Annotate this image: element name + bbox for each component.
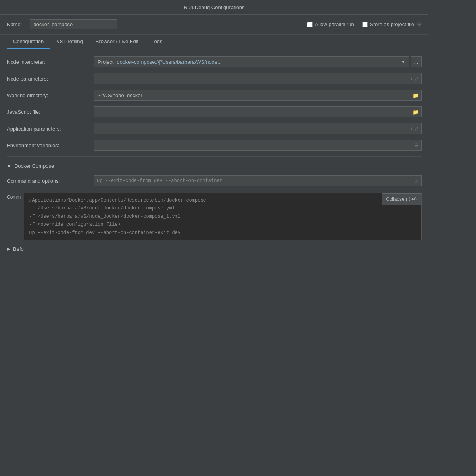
plus-icon[interactable]: + bbox=[410, 76, 413, 82]
expanded-line2: -f /Users/barbara/WS/node_docker/docker-… bbox=[29, 204, 416, 212]
tab-browser-live-edit[interactable]: Browser / Live Edit bbox=[89, 35, 145, 49]
collapse-tooltip: Collapse (⇧↵) bbox=[382, 193, 421, 205]
interpreter-type: Project bbox=[98, 59, 113, 65]
node-params-input-wrapper: + ⤢ bbox=[94, 73, 422, 84]
allow-parallel-checkbox[interactable] bbox=[307, 22, 313, 27]
env-vars-field: ☰ bbox=[94, 140, 422, 151]
js-file-input[interactable] bbox=[97, 107, 413, 117]
interpreter-path: docker-compose://[/Users/barbara/WS/node… bbox=[117, 59, 398, 65]
before-section: ▶ Befo bbox=[7, 244, 422, 253]
working-dir-actions: 📁 bbox=[413, 92, 419, 98]
app-params-actions: + ⤢ bbox=[410, 126, 419, 132]
section-divider bbox=[7, 156, 422, 157]
interpreter-dropdown-arrow[interactable]: ▼ bbox=[401, 60, 405, 64]
working-dir-row: Working directory: ~/WS/node_docker 📁 bbox=[7, 89, 422, 102]
node-interpreter-label: Node interpreter: bbox=[7, 59, 94, 65]
js-folder-icon[interactable]: 📁 bbox=[413, 109, 419, 115]
gear-icon[interactable]: ⚙ bbox=[416, 21, 422, 28]
ellipsis-icon: ... bbox=[414, 59, 418, 65]
node-interpreter-field: Project docker-compose://[/Users/barbara… bbox=[94, 56, 422, 67]
node-params-actions: + ⤢ bbox=[410, 76, 419, 82]
app-params-row: Application parameters: + ⤢ bbox=[7, 122, 422, 135]
working-dir-input-wrapper: ~/WS/node_docker 📁 bbox=[94, 90, 422, 101]
store-project-checkbox[interactable] bbox=[362, 22, 368, 27]
expanded-line3: -f /Users/barbara/WS/node_docker/docker-… bbox=[29, 213, 416, 221]
content-area: Node interpreter: Project docker-compose… bbox=[0, 49, 428, 260]
app-params-label: Application parameters: bbox=[7, 126, 94, 132]
docker-compose-arrow[interactable]: ▼ bbox=[7, 164, 11, 169]
store-project-group: Store as project file ⚙ bbox=[362, 21, 422, 28]
command-options-input-wrapper: up --exit-code-from dev --abort-on-conta… bbox=[94, 175, 422, 186]
app-plus-icon[interactable]: + bbox=[410, 126, 413, 132]
env-list-icon[interactable]: ☰ bbox=[414, 142, 419, 148]
command-options-row: Command and options: up --exit-code-from… bbox=[7, 175, 422, 187]
working-dir-value: ~/WS/node_docker bbox=[97, 92, 413, 98]
node-params-input[interactable] bbox=[97, 73, 410, 84]
js-file-label: JavaScript file: bbox=[7, 109, 94, 115]
allow-parallel-group: Allow parallel run bbox=[307, 21, 354, 27]
expand-icon[interactable]: ⤢ bbox=[415, 76, 419, 82]
name-label: Name: bbox=[7, 21, 22, 27]
app-params-field: + ⤢ bbox=[94, 123, 422, 134]
command-options-field: up --exit-code-from dev --abort-on-conta… bbox=[94, 175, 422, 186]
title-bar: Run/Debug Configurations bbox=[0, 0, 428, 15]
allow-parallel-label: Allow parallel run bbox=[315, 21, 354, 27]
folder-icon[interactable]: 📁 bbox=[413, 92, 419, 98]
dialog-title: Run/Debug Configurations bbox=[184, 4, 244, 10]
docker-compose-title: Docker Compose bbox=[14, 163, 54, 169]
docker-compose-section-header: ▼ Docker Compose bbox=[7, 161, 422, 171]
expanded-line5: up --exit-code-from dev --abort-on-conta… bbox=[29, 229, 416, 237]
js-file-field: 📁 bbox=[94, 106, 422, 117]
before-arrow[interactable]: ▶ bbox=[7, 246, 10, 251]
command-options-label: Command and options: bbox=[7, 178, 94, 184]
working-dir-label: Working directory: bbox=[7, 92, 94, 98]
env-vars-row: Environment variables: ☰ bbox=[7, 139, 422, 152]
node-params-field: + ⤢ bbox=[94, 73, 422, 84]
collapse-label: Collapse (⇧↵) bbox=[386, 196, 417, 202]
env-vars-actions: ☰ bbox=[414, 142, 419, 148]
env-vars-input[interactable] bbox=[97, 140, 414, 150]
interpreter-select[interactable]: Project docker-compose://[/Users/barbara… bbox=[94, 56, 409, 67]
command-expand-icon[interactable]: ⤢ bbox=[415, 178, 419, 184]
expanded-command-panel: /Applications/Docker.app/Contents/Resour… bbox=[24, 193, 422, 240]
app-params-input[interactable] bbox=[97, 123, 410, 134]
js-file-actions: 📁 bbox=[413, 109, 419, 115]
node-interpreter-row: Node interpreter: Project docker-compose… bbox=[7, 56, 422, 68]
tabs-bar: Configuration V8 Profiling Browser / Liv… bbox=[0, 35, 428, 49]
toolbar-right: Allow parallel run Store as project file… bbox=[307, 21, 422, 28]
interpreter-browse-button[interactable]: ... bbox=[411, 56, 422, 67]
expanded-line1: /Applications/Docker.app/Contents/Resour… bbox=[29, 196, 416, 204]
section-line bbox=[57, 166, 422, 166]
app-expand-icon[interactable]: ⤢ bbox=[415, 126, 419, 132]
before-label: Befo bbox=[13, 246, 24, 252]
env-vars-input-wrapper: ☰ bbox=[94, 140, 422, 151]
run-debug-dialog: Run/Debug Configurations Name: Allow par… bbox=[0, 0, 428, 260]
node-params-row: Node parameters: + ⤢ bbox=[7, 72, 422, 85]
store-project-label: Store as project file bbox=[370, 21, 414, 27]
env-vars-label: Environment variables: bbox=[7, 142, 94, 148]
expanded-line4: -f <override configuration file> bbox=[29, 221, 416, 228]
js-file-row: JavaScript file: 📁 bbox=[7, 106, 422, 118]
expanded-command-area: Comm /Applications/Docker.app/Contents/R… bbox=[7, 191, 422, 240]
app-params-input-wrapper: + ⤢ bbox=[94, 123, 422, 134]
expanded-panel-wrapper: /Applications/Docker.app/Contents/Resour… bbox=[24, 191, 422, 240]
name-input[interactable] bbox=[30, 19, 117, 29]
commd-label: Comm bbox=[7, 191, 21, 200]
js-file-input-wrapper: 📁 bbox=[94, 106, 422, 117]
tab-logs[interactable]: Logs bbox=[145, 35, 169, 49]
working-dir-field: ~/WS/node_docker 📁 bbox=[94, 90, 422, 101]
tab-configuration[interactable]: Configuration bbox=[7, 35, 50, 49]
command-options-value: up --exit-code-from dev --abort-on-conta… bbox=[97, 178, 415, 184]
tab-v8profiling[interactable]: V8 Profiling bbox=[50, 35, 89, 49]
node-params-label: Node parameters: bbox=[7, 76, 94, 82]
toolbar: Name: Allow parallel run Store as projec… bbox=[0, 15, 428, 35]
command-options-actions: ⤢ bbox=[415, 178, 419, 184]
